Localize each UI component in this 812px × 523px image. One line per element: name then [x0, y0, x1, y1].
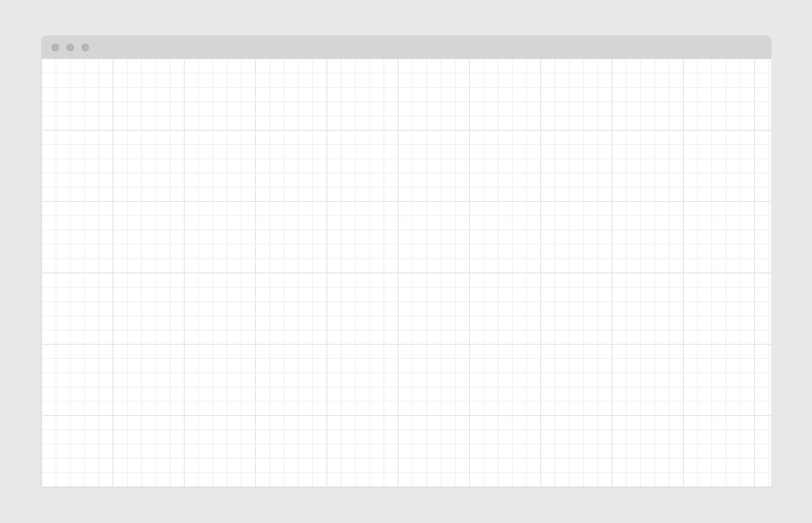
app-window: [41, 36, 771, 487]
titlebar: [41, 36, 771, 59]
window-maximize-button[interactable]: [81, 44, 89, 51]
grid-canvas[interactable]: [41, 59, 771, 487]
window-minimize-button[interactable]: [66, 44, 74, 51]
window-close-button[interactable]: [51, 44, 59, 51]
